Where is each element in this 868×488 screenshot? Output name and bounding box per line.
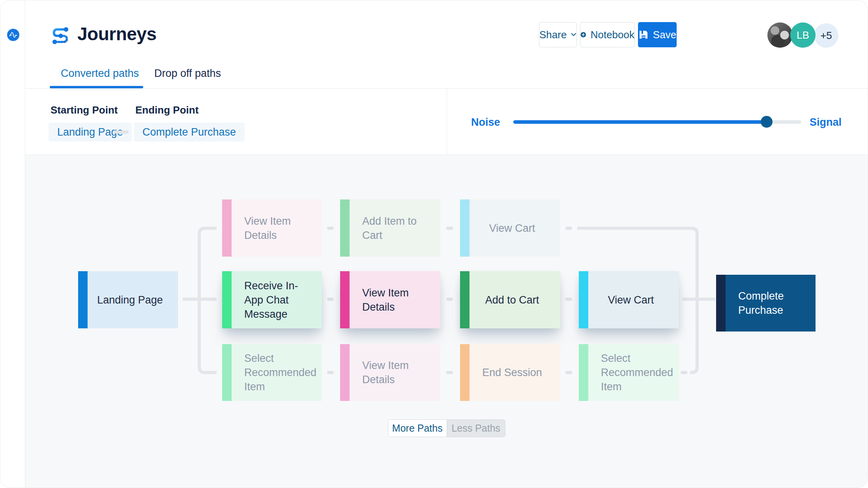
slider-knob[interactable] bbox=[761, 116, 773, 128]
notebook-button[interactable]: Notebook bbox=[580, 22, 635, 47]
node-complete-purchase[interactable]: Complete Purchase bbox=[716, 275, 816, 332]
node-label: Add Item to Cart bbox=[340, 214, 440, 242]
notebook-button-label: Notebook bbox=[591, 29, 634, 41]
signal-label: Signal bbox=[810, 116, 842, 129]
node-label: View Item Details bbox=[340, 286, 440, 314]
page-title: Journeys bbox=[77, 23, 157, 45]
node-view-cart-mid[interactable]: View Cart bbox=[579, 271, 679, 328]
avatar-photo[interactable] bbox=[767, 22, 793, 48]
paths-toggle: More Paths Less Paths bbox=[388, 419, 505, 437]
floppy-save-icon bbox=[638, 30, 649, 40]
node-landing-page[interactable]: Landing Page bbox=[78, 271, 178, 328]
pulse-wave-icon bbox=[9, 31, 17, 39]
node-view-cart-top[interactable]: View Cart bbox=[460, 199, 560, 257]
tab-converted-paths[interactable]: Converted paths bbox=[61, 67, 139, 80]
save-button-label: Save bbox=[653, 29, 676, 41]
filter-section-divider bbox=[447, 89, 447, 155]
journeys-logo-icon bbox=[51, 26, 69, 47]
ending-point-chip[interactable]: Complete Purchase bbox=[134, 123, 245, 142]
avatar-overflow-count[interactable]: +5 bbox=[814, 23, 838, 48]
noise-label: Noise bbox=[471, 116, 500, 129]
node-view-item-details-mid[interactable]: View Item Details bbox=[340, 271, 440, 328]
share-button-label: Share bbox=[539, 29, 567, 41]
node-label: View Cart bbox=[460, 221, 560, 235]
save-button[interactable]: Save bbox=[638, 22, 677, 47]
node-select-recommended-item-right[interactable]: Select Recommended Item bbox=[579, 344, 679, 401]
node-view-item-details-top[interactable]: View Item Details bbox=[222, 199, 322, 257]
slider-fill bbox=[513, 120, 767, 124]
node-label: Receive In-App Chat Message bbox=[222, 279, 322, 321]
amplitude-logo-icon[interactable] bbox=[7, 29, 19, 41]
node-label: Landing Page bbox=[78, 293, 178, 307]
left-rail bbox=[0, 0, 25, 488]
chevron-down-icon bbox=[571, 32, 576, 37]
app-window: Journeys Share Notebook Save LB +5 Conve… bbox=[0, 0, 868, 488]
node-end-session[interactable]: End Session bbox=[460, 344, 560, 401]
avatar-initials[interactable]: LB bbox=[790, 22, 816, 48]
more-paths-button[interactable]: More Paths bbox=[388, 420, 447, 437]
node-label: End Session bbox=[460, 365, 560, 380]
noise-signal-slider[interactable] bbox=[513, 120, 801, 124]
ending-point-label: Ending Point bbox=[135, 104, 198, 116]
less-paths-button[interactable]: Less Paths bbox=[447, 420, 505, 437]
node-add-to-cart[interactable]: Add to Cart bbox=[460, 271, 560, 328]
tab-drop-off-paths[interactable]: Drop off paths bbox=[154, 67, 221, 80]
node-label: Select Recommended Item bbox=[579, 351, 679, 394]
node-label: Select Recommended Item bbox=[222, 351, 322, 394]
node-label: View Cart bbox=[579, 293, 679, 307]
node-view-item-details-bottom[interactable]: View Item Details bbox=[340, 344, 440, 401]
starting-point-label: Starting Point bbox=[51, 104, 118, 116]
chip-connector-dash bbox=[114, 130, 129, 134]
node-label: Complete Purchase bbox=[716, 289, 816, 317]
node-receive-in-app-chat-message[interactable]: Receive In-App Chat Message bbox=[222, 271, 322, 328]
share-button[interactable]: Share bbox=[539, 22, 577, 47]
node-label: Add to Cart bbox=[460, 293, 560, 307]
plus-circle-icon bbox=[580, 29, 586, 41]
node-select-recommended-item-left[interactable]: Select Recommended Item bbox=[222, 344, 322, 401]
node-label: View Item Details bbox=[222, 214, 322, 242]
node-label: View Item Details bbox=[340, 358, 440, 387]
node-add-item-to-cart-top[interactable]: Add Item to Cart bbox=[340, 199, 440, 257]
